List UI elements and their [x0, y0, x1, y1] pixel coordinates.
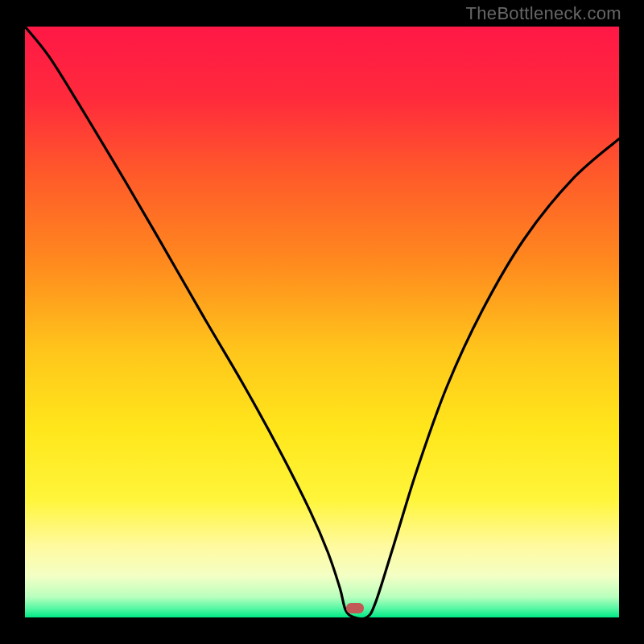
- optimum-marker: [346, 603, 364, 613]
- watermark-text: TheBottleneck.com: [466, 3, 621, 24]
- plot-area: [25, 27, 619, 617]
- bottleneck-curve: [25, 27, 619, 617]
